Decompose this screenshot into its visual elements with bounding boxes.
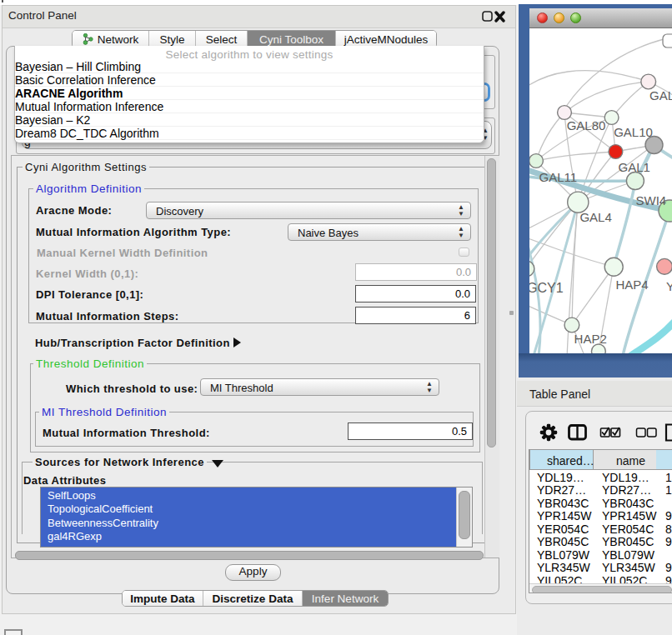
svg-text:SWI4: SWI4 <box>636 193 667 208</box>
svg-text:GAL80: GAL80 <box>567 118 606 132</box>
svg-text:HAP4: HAP4 <box>615 278 648 292</box>
svg-text:HAP2: HAP2 <box>574 332 607 346</box>
svg-text:GAL10: GAL10 <box>614 125 653 139</box>
svg-text:Y: Y <box>666 279 672 293</box>
svg-text:GCY1: GCY1 <box>529 281 564 295</box>
svg-text:GAL7: GAL7 <box>649 88 672 102</box>
svg-text:GAL11: GAL11 <box>539 170 578 184</box>
svg-text:GAL1: GAL1 <box>619 160 650 174</box>
svg-text:GAL4: GAL4 <box>579 210 611 224</box>
